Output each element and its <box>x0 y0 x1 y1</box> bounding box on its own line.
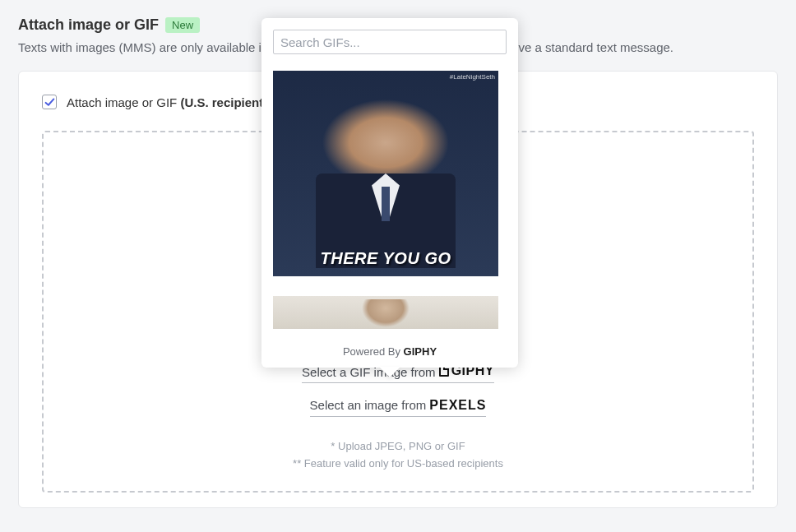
powered-by-label: Powered By GIPHY <box>273 345 507 358</box>
section-title: Attach image or GIF <box>18 16 159 34</box>
powered-brand: GIPHY <box>404 345 437 358</box>
footnote-formats: * Upload JPEG, PNG or GIF <box>331 440 465 452</box>
new-badge: New <box>165 17 200 33</box>
gif-results-scroll[interactable]: #LateNightSeth THERE YOU GO <box>273 71 507 334</box>
pexels-brand-text: PEXELS <box>429 398 486 413</box>
gif-search-input[interactable] <box>273 30 507 54</box>
attach-checkbox[interactable] <box>42 95 57 109</box>
gif-caption: THERE YOU GO <box>273 249 498 268</box>
gif-result-item[interactable]: #LateNightSeth THERE YOU GO <box>273 71 498 276</box>
gif-watermark: #LateNightSeth <box>450 73 495 81</box>
footnote-region: ** Feature valid only for US-based recip… <box>293 457 503 470</box>
checkmark-icon <box>44 97 55 108</box>
giphy-popover: #LateNightSeth THERE YOU GO Powered By G… <box>261 18 518 368</box>
select-pexels-link[interactable]: Select an image from PEXELS <box>310 398 487 417</box>
powered-prefix: Powered By <box>343 345 404 358</box>
pexels-link-text: Select an image from <box>310 398 427 412</box>
checkbox-label-prefix: Attach image or GIF <box>67 95 180 109</box>
gif-result-item[interactable] <box>273 296 498 329</box>
